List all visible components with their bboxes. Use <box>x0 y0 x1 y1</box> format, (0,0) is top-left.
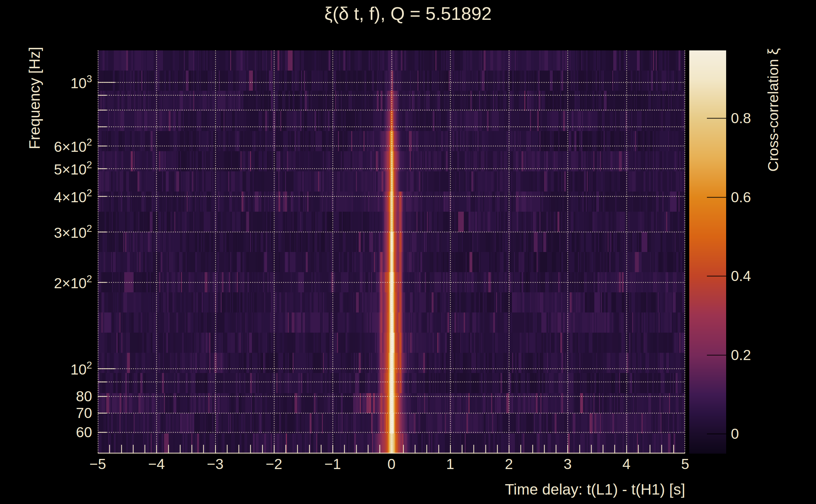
x-tick-label: −3 <box>193 457 238 471</box>
y-tick-label: 103 <box>0 75 92 90</box>
y-tick-label: 3×102 <box>0 225 92 240</box>
figure: ξ(δ t, f), Q = 5.51892 Frequency [Hz] 10… <box>0 0 816 504</box>
x-tick-label: −2 <box>252 457 296 471</box>
x-axis-title: Time delay: t(L1) - t(H1) [s] <box>98 482 685 497</box>
x-tick-label: −4 <box>134 457 178 471</box>
y-axis-title: Frequency [Hz] <box>27 47 42 149</box>
heatmap-plot <box>98 50 685 454</box>
x-tick-label: −5 <box>76 457 120 471</box>
x-tick-label: 4 <box>604 457 649 471</box>
y-tick-label: 102 <box>0 361 92 377</box>
y-tick-label: 4×102 <box>0 189 92 204</box>
x-tick-label: 1 <box>428 457 472 471</box>
x-tick-label: 0 <box>370 457 414 471</box>
colorbar-tick-label: 0 <box>731 427 739 441</box>
colorbar-tick-label: 0.4 <box>731 269 751 283</box>
colorbar <box>689 50 726 454</box>
y-tick-label: 2×102 <box>0 275 92 290</box>
x-tick-label: −1 <box>311 457 355 471</box>
chart-title: ξ(δ t, f), Q = 5.51892 <box>0 4 816 23</box>
colorbar-tick-label: 0.8 <box>731 111 751 125</box>
colorbar-tick-label: 0.2 <box>731 348 751 362</box>
x-tick-label: 2 <box>487 457 531 471</box>
x-tick-label: 5 <box>663 457 707 471</box>
y-tick-label: 6×102 <box>0 139 92 154</box>
colorbar-tick-label: 0.6 <box>731 190 751 204</box>
y-tick-label: 80 <box>0 389 92 404</box>
x-tick-label: 3 <box>545 457 589 471</box>
y-tick-label: 60 <box>0 425 92 439</box>
y-tick-label: 5×102 <box>0 161 92 177</box>
y-tick-label: 70 <box>0 406 92 420</box>
colorbar-title: Cross-correlation ξ <box>766 48 780 172</box>
